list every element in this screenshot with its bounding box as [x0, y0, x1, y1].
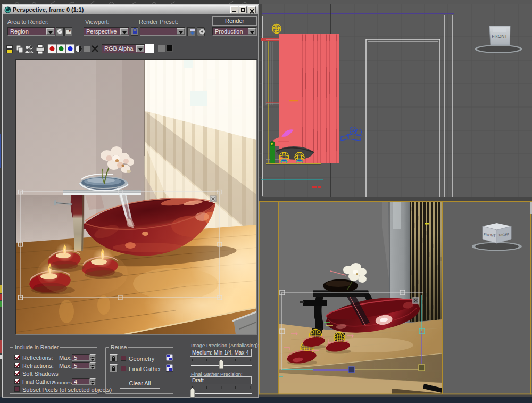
svg-text:FRONT: FRONT	[492, 34, 507, 39]
